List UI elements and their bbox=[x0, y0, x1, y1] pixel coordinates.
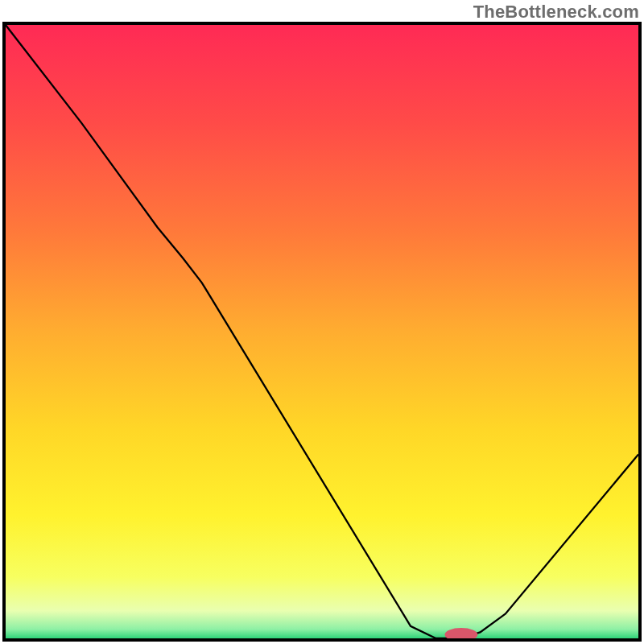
watermark-text: TheBottleneck.com bbox=[473, 2, 639, 23]
chart-background bbox=[6, 25, 638, 638]
bottleneck-chart bbox=[6, 25, 638, 638]
